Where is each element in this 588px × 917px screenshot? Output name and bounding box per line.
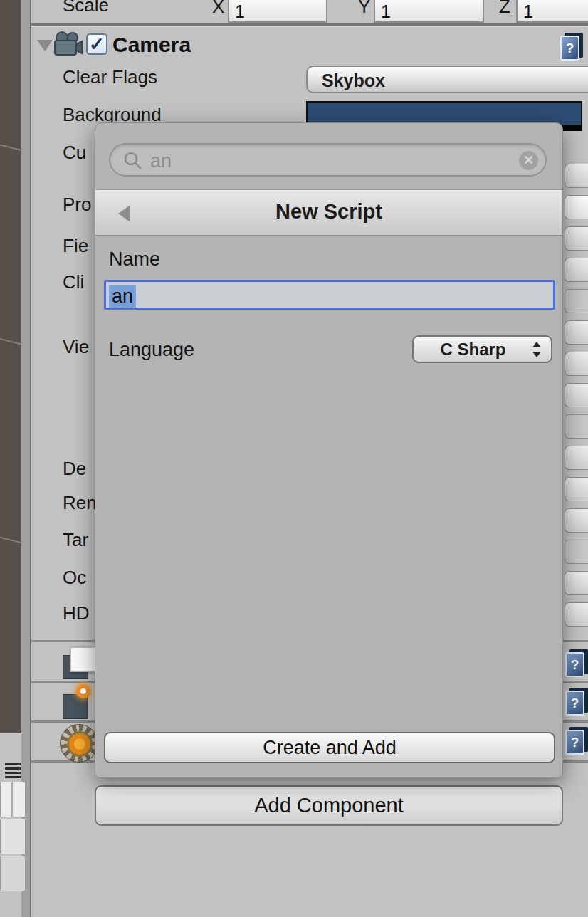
field-sliver (565, 477, 588, 501)
foldout-triangle-icon[interactable] (37, 40, 53, 51)
camera-row-label-rendering-path: Ren (63, 492, 97, 514)
stepper-arrows-icon (532, 342, 541, 357)
camera-row-label-viewport-rect: Vie (63, 336, 89, 358)
camera-enabled-checkbox[interactable]: ✓ (86, 33, 107, 55)
component-divider (31, 23, 588, 26)
unity-editor-screenshot: Scale X 1 Y 1 Z 1 ✓ Camera ? Clear Flags… (0, 0, 588, 917)
search-query-text: an (150, 150, 172, 172)
camera-row-label-occlusion-culling: Oc (63, 567, 86, 589)
audio-listener-core (74, 738, 85, 750)
flare-layer-help-icon[interactable]: ? (565, 688, 588, 716)
popup-title: New Script (95, 200, 562, 224)
camera-row-label-clipping-planes: Cli (63, 271, 84, 293)
scale-x-field[interactable]: 1 (228, 0, 327, 23)
scene-grid-line (0, 330, 21, 355)
camera-row-label-depth: De (63, 458, 86, 480)
add-component-popup: an ✕ New Script Name an Language C Sharp… (95, 122, 563, 778)
arrow-up-icon (532, 342, 541, 347)
bottom-left-panel-cell (0, 856, 26, 891)
gui-layer-icon (70, 646, 97, 672)
camera-row-label-target-texture: Tar (63, 529, 88, 551)
scale-x-label: X (212, 0, 224, 18)
clear-search-icon[interactable]: ✕ (519, 151, 538, 170)
panel-cell-divider (11, 782, 13, 817)
create-and-add-button[interactable]: Create and Add (104, 732, 555, 763)
field-sliver (565, 320, 588, 345)
field-sliver (565, 195, 588, 219)
language-label: Language (109, 339, 194, 361)
flare-core (80, 688, 86, 694)
popup-header: New Script (95, 189, 562, 236)
component-search-input[interactable]: an ✕ (109, 143, 547, 177)
field-sliver (565, 540, 588, 564)
selected-text: an (109, 285, 136, 308)
bottom-left-panel-cell (0, 782, 26, 817)
field-sliver (565, 226, 588, 251)
arrow-down-icon (532, 352, 541, 357)
scale-y-label: Y (358, 0, 370, 18)
field-sliver (565, 446, 588, 470)
bottom-left-panel-cell (0, 819, 26, 854)
question-mark-glyph: ? (565, 652, 584, 677)
camera-row-label-projection: Pro (63, 194, 91, 216)
scale-label: Scale (63, 0, 109, 16)
camera-row-label-hdr: HD (63, 602, 90, 624)
scale-z-label: Z (499, 0, 510, 18)
camera-icon (53, 31, 83, 60)
script-name-label: Name (109, 248, 160, 271)
question-mark-glyph: ? (565, 691, 584, 716)
search-icon (123, 151, 143, 174)
field-sliver (565, 352, 588, 376)
scene-grid-line (0, 529, 21, 555)
camera-row-label-field-of-view: Fie (63, 235, 88, 257)
add-component-button[interactable]: Add Component (95, 785, 563, 826)
clear-flags-dropdown[interactable]: Skybox (306, 66, 588, 93)
audio-listener-help-icon[interactable]: ? (565, 727, 588, 755)
script-name-input[interactable]: an (104, 280, 555, 310)
field-sliver (565, 289, 588, 313)
camera-help-icon[interactable]: ? (560, 33, 583, 61)
clear-flags-label: Clear Flags (63, 66, 157, 88)
question-mark-glyph: ? (560, 36, 579, 61)
field-sliver (565, 508, 588, 533)
drag-handle-icon[interactable] (5, 763, 21, 779)
field-sliver (565, 414, 588, 439)
camera-row-label-culling-mask: Cu (63, 142, 86, 164)
field-sliver (565, 383, 588, 407)
scene-grid-line (0, 137, 21, 163)
panel-splitter[interactable] (21, 0, 31, 917)
question-mark-glyph: ? (565, 730, 584, 755)
field-sliver (565, 258, 588, 282)
scale-z-field[interactable]: 1 (516, 0, 588, 23)
scene-view-edge (0, 0, 21, 733)
language-value: C Sharp (440, 340, 505, 359)
language-dropdown[interactable]: C Sharp (412, 335, 552, 363)
flare-sparkle-icon (76, 684, 90, 698)
field-sliver (565, 602, 588, 627)
audio-listener-icon (60, 724, 98, 763)
scale-y-field[interactable]: 1 (374, 0, 484, 23)
camera-component-title: Camera (112, 33, 191, 57)
audio-listener-ring (67, 731, 93, 757)
gui-layer-help-icon[interactable]: ? (565, 649, 588, 678)
field-sliver (565, 571, 588, 595)
field-sliver (565, 164, 588, 188)
